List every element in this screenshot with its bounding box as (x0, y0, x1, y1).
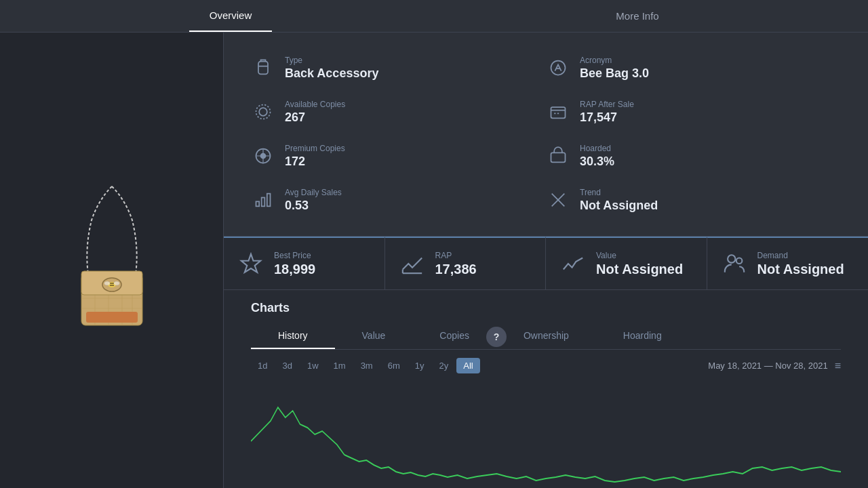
copies-icon (251, 100, 275, 124)
value-icon (559, 250, 587, 277)
metric-cards: Best Price 18,999 RAP 17,386 (224, 237, 868, 290)
metric-best-price: Best Price 18,999 (224, 237, 385, 289)
rap-metric-icon (399, 250, 426, 277)
tab-overview[interactable]: Overview (189, 0, 273, 32)
chart-tab-value[interactable]: Value (335, 323, 413, 349)
date-range-text: May 18, 2021 — Nov 28, 2021 (708, 361, 827, 371)
chart-tab-copies[interactable]: Copies ? (412, 323, 496, 349)
main-content: Type Back Accessory Acronym Bee Bag 3.0 (0, 33, 868, 488)
time-1m[interactable]: 1m (327, 358, 353, 373)
stat-available-copies: Available Copies 267 (251, 90, 546, 134)
svg-rect-28 (267, 194, 271, 207)
menu-icon[interactable]: ≡ (835, 360, 841, 372)
hoarded-value: 30.3% (580, 155, 614, 169)
hoarded-label: Hoarded (580, 144, 614, 153)
charts-title: Charts (251, 301, 841, 315)
trend-value: Not Assigned (580, 199, 658, 213)
svg-rect-22 (551, 107, 566, 118)
rap-label: RAP (435, 251, 477, 260)
time-filter: 1d 3d 1w 1m 3m 6m 1y 2y All May 18, 2021… (251, 350, 841, 380)
available-copies-label: Available Copies (285, 100, 345, 109)
hoarded-icon (546, 144, 570, 168)
type-icon (251, 56, 275, 80)
svg-point-34 (728, 255, 735, 262)
acronym-label: Acronym (580, 56, 649, 65)
trend-icon (546, 188, 570, 212)
time-1d[interactable]: 1d (251, 358, 274, 373)
svg-point-35 (736, 258, 742, 264)
chart-area (251, 380, 841, 488)
overview-grid: Type Back Accessory Acronym Bee Bag 3.0 (224, 33, 868, 237)
svg-point-21 (259, 108, 267, 116)
available-copies-value: 267 (285, 110, 345, 125)
acronym-icon (546, 56, 570, 80)
charts-section: Charts History Value Copies ? Ownership … (224, 290, 868, 488)
avg-sales-icon (251, 188, 275, 212)
avg-daily-sales-value: 0.53 (285, 199, 342, 213)
svg-point-24 (261, 154, 266, 159)
date-range: May 18, 2021 — Nov 28, 2021 ≡ (708, 360, 841, 372)
demand-label: Demand (757, 251, 844, 260)
acronym-value: Bee Bag 3.0 (580, 66, 649, 81)
time-buttons: 1d 3d 1w 1m 3m 6m 1y 2y All (251, 358, 480, 373)
stat-premium-copies: Premium Copies 172 (251, 134, 546, 178)
value-value: Not Assigned (596, 262, 683, 277)
time-1y[interactable]: 1y (408, 358, 431, 373)
rap-after-sale-value: 17,547 (580, 110, 634, 125)
tab-more-info[interactable]: More Info (595, 1, 679, 31)
best-price-value: 18,999 (274, 262, 315, 277)
item-image (44, 180, 180, 342)
metric-rap: RAP 17,386 (385, 237, 547, 289)
demand-value: Not Assigned (757, 262, 844, 277)
svg-rect-25 (551, 152, 566, 162)
time-2y[interactable]: 2y (432, 358, 455, 373)
svg-point-14 (114, 282, 119, 285)
svg-point-20 (256, 105, 271, 119)
time-6m[interactable]: 6m (381, 358, 407, 373)
stat-hoarded: Hoarded 30.3% (546, 134, 841, 178)
svg-rect-26 (256, 201, 260, 206)
type-value: Back Accessory (285, 66, 378, 81)
time-3m[interactable]: 3m (354, 358, 380, 373)
svg-point-13 (104, 282, 110, 285)
premium-icon (251, 144, 275, 168)
top-navigation: Overview More Info (0, 0, 868, 33)
chart-tabs: History Value Copies ? Ownership Hoardin… (251, 323, 841, 350)
svg-rect-16 (258, 62, 268, 75)
rap-icon (546, 100, 570, 124)
metric-value: Value Not Assigned (546, 237, 707, 289)
time-3d[interactable]: 3d (275, 358, 298, 373)
stat-avg-daily-sales: Avg Daily Sales 0.53 (251, 178, 546, 222)
premium-copies-value: 172 (285, 155, 345, 169)
svg-marker-31 (241, 254, 260, 272)
best-price-icon (237, 250, 264, 277)
rap-value: 17,386 (435, 262, 477, 277)
svg-point-18 (551, 61, 566, 75)
stat-type: Type Back Accessory (251, 46, 546, 90)
demand-icon (721, 250, 748, 277)
stat-trend: Trend Not Assigned (546, 178, 841, 222)
best-price-label: Best Price (274, 251, 315, 260)
stat-rap-after-sale: RAP After Sale 17,547 (546, 90, 841, 134)
trend-label: Trend (580, 188, 658, 197)
info-panel: Type Back Accessory Acronym Bee Bag 3.0 (224, 33, 868, 488)
chart-tab-history[interactable]: History (251, 323, 335, 349)
time-1w[interactable]: 1w (300, 358, 326, 373)
stat-acronym: Acronym Bee Bag 3.0 (546, 46, 841, 90)
avg-daily-sales-label: Avg Daily Sales (285, 188, 342, 197)
item-image-panel (0, 33, 224, 488)
chart-tab-hoarding[interactable]: Hoarding (596, 323, 689, 349)
svg-rect-27 (262, 198, 265, 207)
chart-tab-ownership[interactable]: Ownership (496, 323, 596, 349)
rap-after-sale-label: RAP After Sale (580, 100, 634, 109)
svg-rect-15 (86, 312, 138, 323)
value-label: Value (596, 251, 683, 260)
type-label: Type (285, 56, 378, 65)
premium-copies-label: Premium Copies (285, 144, 345, 153)
metric-demand: Demand Not Assigned (707, 237, 869, 289)
time-all[interactable]: All (456, 358, 479, 373)
